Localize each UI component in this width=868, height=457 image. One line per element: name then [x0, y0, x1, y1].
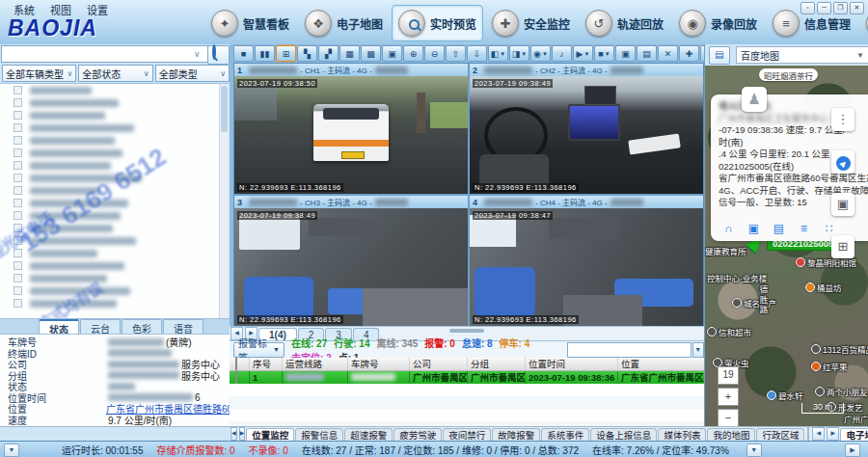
- table-row[interactable]: 1广州市番禺区广州市番禺区2023-07-19 09:38:36广东省广州市番禺…: [230, 371, 704, 384]
- bottom-tab-7[interactable]: 设备上报信息: [590, 428, 657, 442]
- zoom-out-button[interactable]: −: [718, 409, 739, 426]
- filter-dropdown-1[interactable]: 全部状态∨: [78, 65, 152, 82]
- tree-node[interactable]: [0, 247, 229, 259]
- grid-13-button[interactable]: ▩: [361, 45, 381, 62]
- tree-expand-icon[interactable]: [14, 286, 22, 295]
- cube-map-button[interactable]: ▣: [831, 193, 854, 216]
- splitter-grip[interactable]: [449, 329, 484, 333]
- tree-node[interactable]: [0, 84, 229, 96]
- video-cell-3[interactable]: 3- CH3 - 主码流 - 4G -2023-07-19 09:38:49N:…: [234, 196, 468, 326]
- main-stream-button[interactable]: ◧▼: [488, 45, 508, 62]
- grid-16-button[interactable]: ▣: [382, 45, 402, 62]
- alarm-filter-dropdown[interactable]: ▼: [692, 342, 704, 358]
- locate-button[interactable]: ✚: [679, 45, 699, 62]
- tree-expand-icon[interactable]: [14, 161, 22, 170]
- tree-expand-icon[interactable]: [14, 111, 22, 120]
- alarm-filter-input[interactable]: [567, 342, 691, 358]
- tree-node[interactable]: [0, 184, 229, 197]
- nav-item-4[interactable]: ↺轨迹回放: [579, 5, 670, 41]
- zoom-in-button[interactable]: +: [718, 388, 739, 406]
- statusbar-collapse-button[interactable]: ▼: [4, 444, 19, 457]
- checkbox[interactable]: [235, 371, 237, 384]
- bottom-tab-1[interactable]: 报警信息: [295, 428, 343, 442]
- tree-expand-icon[interactable]: [14, 199, 22, 207]
- nav-item-5[interactable]: ◉录像回放: [672, 5, 764, 41]
- tree-expand-icon[interactable]: [14, 211, 22, 220]
- bottom-tab-8[interactable]: 媒体列表: [658, 428, 706, 442]
- map-tab-scroll-left-icon[interactable]: ◀: [812, 427, 825, 441]
- tree-node[interactable]: [0, 209, 229, 222]
- bottom-tab-6[interactable]: 系统事件: [541, 428, 589, 442]
- float-window-icon[interactable]: ▫: [800, 2, 815, 14]
- vehicle-tree[interactable]: 欢迎光临电话 153 6169 6512 以上观看方式均有误: [0, 83, 229, 319]
- zoom-out-button[interactable]: ⊖: [424, 45, 445, 62]
- tree-expand-icon[interactable]: [14, 299, 22, 308]
- tree-node[interactable]: [0, 172, 229, 184]
- tree-node[interactable]: [0, 284, 229, 297]
- stop-button[interactable]: ■▼: [594, 45, 614, 62]
- grid-8-button[interactable]: ▞: [318, 45, 339, 62]
- tree-node[interactable]: [0, 134, 229, 147]
- video-cell-4[interactable]: 4- CH4 - 主码流 - 4G -2023-07-19 09:38:47N:…: [470, 196, 703, 326]
- document-icon[interactable]: ≡: [796, 222, 812, 236]
- navigation-map-button[interactable]: ▶: [831, 150, 854, 174]
- search-button[interactable]: [207, 45, 230, 65]
- bottom-tab-9[interactable]: 我的地图: [707, 428, 755, 442]
- filter-dropdown-2[interactable]: 全部类型∨: [155, 65, 230, 82]
- nav-item-2[interactable]: 实时预览: [392, 5, 483, 41]
- column-header-5[interactable]: 位置时间: [526, 358, 618, 370]
- statusbar-next-button[interactable]: ▶: [845, 444, 860, 457]
- tree-expand-icon[interactable]: [14, 98, 22, 107]
- detail-tab-3[interactable]: 语音: [163, 319, 203, 335]
- bottom-tab-4[interactable]: 夜间禁行: [443, 428, 491, 442]
- tree-node[interactable]: [0, 222, 229, 234]
- detail-tab-0[interactable]: 状态: [39, 319, 79, 335]
- tree-expand-icon[interactable]: [14, 174, 22, 182]
- tree-node[interactable]: [0, 234, 229, 247]
- grid-map-button[interactable]: ⊞: [831, 235, 854, 258]
- map-save-icon[interactable]: ▤: [709, 46, 730, 65]
- tree-scrollbar[interactable]: [219, 84, 229, 319]
- bottom-tab-0[interactable]: 位置监控: [246, 428, 294, 442]
- video-cell-2[interactable]: 2- CH2 - 主码流 - 4G -2023-07-19 09:38:49N:…: [470, 64, 703, 194]
- chevron-down-icon[interactable]: ∨: [194, 49, 201, 59]
- tree-expand-icon[interactable]: [14, 186, 22, 195]
- filter-dropdown-0[interactable]: 全部车辆类型∨: [2, 65, 76, 82]
- bottom-tab-10[interactable]: 行政区域: [756, 428, 804, 442]
- satellite-map[interactable]: 粤AD12345广州市番禺区卫生服务中心-07-19 09:38:36 速度: …: [705, 66, 868, 426]
- tree-expand-icon[interactable]: [14, 249, 22, 257]
- alarm-tag-button[interactable]: 报警标签▼: [233, 342, 285, 358]
- streetview-pegman-icon[interactable]: ♟: [742, 87, 767, 112]
- checkbox[interactable]: [235, 358, 237, 370]
- tree-node[interactable]: [0, 109, 229, 121]
- nav-item-0[interactable]: ✦智慧看板: [204, 5, 296, 41]
- statusbar-expand-button[interactable]: ▼: [746, 444, 762, 457]
- tree-expand-icon[interactable]: [14, 148, 22, 157]
- sub-stream-button[interactable]: ◨▼: [509, 45, 529, 62]
- apps-icon[interactable]: ∷: [821, 222, 837, 236]
- tree-expand-icon[interactable]: [14, 136, 22, 145]
- tree-node[interactable]: [0, 121, 229, 134]
- tree-node[interactable]: [0, 297, 229, 309]
- tree-node[interactable]: [0, 272, 229, 284]
- camera-icon[interactable]: ▣: [746, 222, 762, 236]
- column-header-0[interactable]: 序号: [250, 358, 283, 370]
- vehicle-search-input[interactable]: [1, 45, 210, 63]
- tree-node[interactable]: [0, 159, 229, 172]
- tree-expand-icon[interactable]: [14, 261, 22, 270]
- column-header-3[interactable]: 公司: [410, 358, 468, 370]
- map-provider-select[interactable]: 百度地图▼: [736, 46, 868, 64]
- page-down-button[interactable]: ⇩: [467, 45, 487, 62]
- nav-item-3[interactable]: ✚安全监控: [485, 5, 577, 41]
- grid-4-button[interactable]: ⊞: [276, 45, 296, 62]
- tree-node[interactable]: [0, 259, 229, 272]
- page-up-button[interactable]: ⇧: [446, 45, 466, 62]
- audio-mute-button[interactable]: ♪: [552, 45, 572, 62]
- sd-card-icon[interactable]: ▤: [771, 222, 787, 236]
- detail-tab-2[interactable]: 色彩: [122, 319, 162, 335]
- file-button[interactable]: ▤: [637, 45, 657, 62]
- close-icon[interactable]: ✕: [850, 2, 864, 14]
- single-view-button[interactable]: ■: [233, 45, 254, 62]
- map-tab-0[interactable]: 电子地图: [840, 428, 868, 442]
- column-header-6[interactable]: 位置: [618, 358, 704, 370]
